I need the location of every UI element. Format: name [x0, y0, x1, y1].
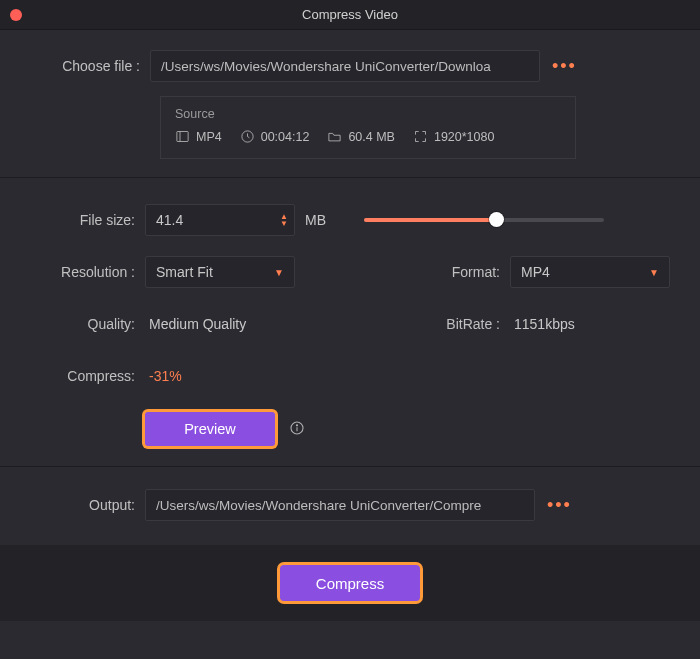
source-format: MP4: [196, 130, 222, 144]
bitrate-value: 1151kbps: [510, 316, 670, 332]
compress-value: -31%: [145, 368, 182, 384]
compress-label: Compress:: [30, 368, 145, 384]
output-input[interactable]: /Users/ws/Movies/Wondershare UniConverte…: [145, 489, 535, 521]
source-info-box: Source MP4 00:04:12 60.4 MB 1920*1080: [160, 96, 576, 159]
choose-file-browse-icon[interactable]: •••: [552, 61, 577, 71]
svg-rect-0: [177, 132, 188, 142]
close-icon[interactable]: [10, 9, 22, 21]
settings-section: File size: 41.4 ▲ ▼ MB Resolution : Smar…: [0, 178, 700, 466]
slider-fill: [364, 218, 494, 222]
resolution-select[interactable]: Smart Fit ▼: [145, 256, 295, 288]
filesize-stepper[interactable]: ▲ ▼: [280, 213, 288, 227]
action-bar: Compress: [0, 545, 700, 621]
filesize-value: 41.4: [156, 212, 183, 228]
info-icon[interactable]: [289, 420, 305, 439]
source-size: 60.4 MB: [348, 130, 395, 144]
format-select[interactable]: MP4 ▼: [510, 256, 670, 288]
choose-file-input[interactable]: /Users/ws/Movies/Wondershare UniConverte…: [150, 50, 540, 82]
choose-file-path: /Users/ws/Movies/Wondershare UniConverte…: [161, 59, 491, 74]
filesize-slider[interactable]: [364, 218, 604, 222]
format-label: Format:: [410, 264, 510, 280]
chevron-down-icon: ▼: [649, 267, 659, 278]
output-browse-icon[interactable]: •••: [547, 500, 572, 510]
folder-icon: [327, 129, 342, 144]
input-section: Choose file : /Users/ws/Movies/Wondersha…: [0, 30, 700, 177]
stepper-down-icon[interactable]: ▼: [280, 220, 288, 227]
clock-icon: [240, 129, 255, 144]
output-label: Output:: [30, 497, 145, 513]
filesize-label: File size:: [30, 212, 145, 228]
source-resolution: 1920*1080: [434, 130, 494, 144]
bitrate-label: BitRate :: [410, 316, 510, 332]
quality-label: Quality:: [30, 316, 145, 332]
svg-point-5: [296, 424, 297, 425]
output-path: /Users/ws/Movies/Wondershare UniConverte…: [156, 498, 481, 513]
resolution-icon: [413, 129, 428, 144]
resolution-label: Resolution :: [30, 264, 145, 280]
resolution-value: Smart Fit: [156, 264, 213, 280]
source-duration: 00:04:12: [261, 130, 310, 144]
window-title: Compress Video: [0, 7, 700, 22]
source-title: Source: [175, 107, 561, 121]
filesize-unit: MB: [305, 212, 326, 228]
filesize-input[interactable]: 41.4 ▲ ▼: [145, 204, 295, 236]
choose-file-label: Choose file :: [30, 58, 150, 74]
film-icon: [175, 129, 190, 144]
slider-thumb[interactable]: [489, 212, 504, 227]
format-value: MP4: [521, 264, 550, 280]
titlebar: Compress Video: [0, 0, 700, 30]
window-controls: [10, 9, 22, 21]
chevron-down-icon: ▼: [274, 267, 284, 278]
quality-value: Medium Quality: [145, 316, 246, 332]
compress-button[interactable]: Compress: [280, 565, 420, 601]
preview-button[interactable]: Preview: [145, 412, 275, 446]
